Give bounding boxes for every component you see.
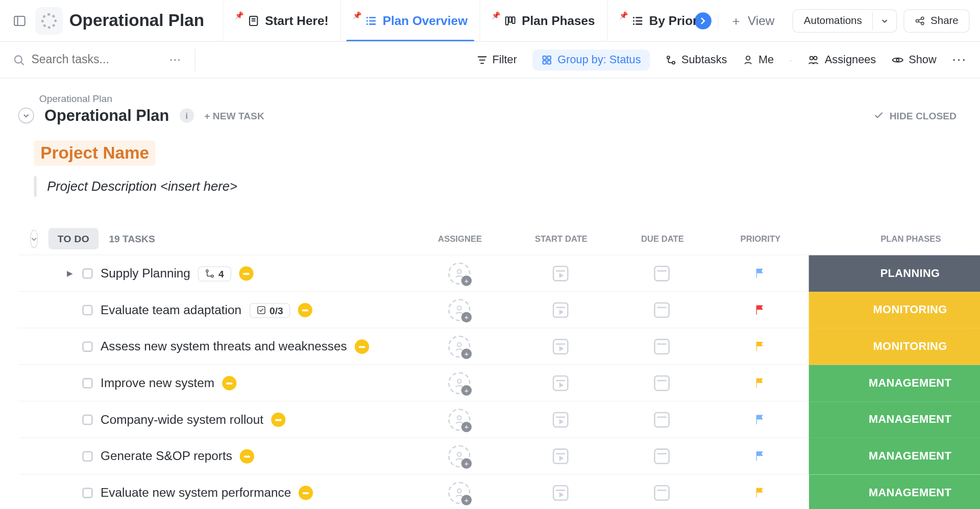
subtask-chip[interactable]: 0/3 — [249, 302, 290, 317]
assignee-cell[interactable]: + — [410, 445, 508, 468]
task-name[interactable]: Evaluate new system performance — [101, 486, 291, 500]
col-plan-phases[interactable]: PLAN PHASES — [810, 234, 980, 243]
task-row[interactable]: ▶Assess new system threats and weaknesse… — [18, 328, 962, 365]
plan-phase-tag[interactable]: MANAGEMENT — [809, 401, 980, 438]
info-icon[interactable]: i — [180, 108, 194, 122]
status-checkbox[interactable] — [82, 378, 92, 388]
task-row[interactable]: ▶Company-wide system rollout+MANAGEMENTI… — [18, 401, 962, 438]
task-name[interactable]: Evaluate team adaptation — [101, 303, 241, 317]
status-checkbox[interactable] — [82, 341, 92, 351]
automations-button[interactable]: Automations — [793, 10, 872, 32]
project-name[interactable]: Project Name — [34, 140, 156, 166]
due-date-cell[interactable] — [613, 412, 711, 428]
tab-plan-phases[interactable]: 📌Plan Phases — [479, 0, 607, 41]
status-checkbox[interactable] — [82, 268, 92, 278]
task-name[interactable]: Improve new system — [101, 376, 214, 390]
start-date-cell[interactable] — [508, 339, 613, 354]
plan-phase-tag[interactable]: MANAGEMENT — [809, 365, 980, 402]
assignees-button[interactable]: Assignees — [808, 53, 876, 66]
tabs-scroll-right[interactable] — [694, 12, 711, 29]
project-description[interactable]: Project Description <insert here> — [34, 176, 962, 197]
col-start-date[interactable]: START DATE — [509, 234, 614, 243]
task-row[interactable]: ▶Improve new system+MANAGEMENTAdmin — [18, 364, 962, 401]
collapse-list[interactable] — [18, 108, 34, 123]
task-name[interactable]: Company-wide system rollout — [101, 413, 263, 427]
tab-start-here-[interactable]: 📌Start Here! — [223, 0, 340, 41]
priority-disc-icon[interactable] — [239, 266, 253, 281]
plan-phase-tag[interactable]: MONITORING — [809, 328, 980, 365]
priority-disc-icon[interactable] — [271, 413, 285, 427]
plan-phase-tag[interactable]: PLANNING — [809, 255, 980, 292]
group-by-button[interactable]: Group by: Status — [533, 49, 650, 70]
task-row[interactable]: ▶Supply Planning 4+PLANNINGAdmin — [18, 254, 962, 291]
task-row[interactable]: ▶Evaluate team adaptation 0/3+MONITORING… — [18, 291, 962, 328]
share-button[interactable]: Share — [904, 9, 970, 32]
due-date-cell[interactable] — [613, 302, 711, 318]
priority-disc-icon[interactable] — [299, 486, 313, 500]
tab-plan-overview[interactable]: 📌Plan Overview — [340, 0, 480, 41]
priority-cell[interactable] — [711, 340, 809, 353]
filter-button[interactable]: Filter — [477, 53, 517, 66]
priority-disc-icon[interactable] — [355, 340, 369, 354]
plan-phase-tag[interactable]: MANAGEMENT — [809, 438, 980, 475]
status-chip[interactable]: TO DO — [48, 228, 99, 249]
subtask-chip[interactable]: 4 — [198, 266, 231, 281]
priority-disc-icon[interactable] — [298, 303, 312, 317]
priority-disc-icon[interactable] — [240, 449, 254, 464]
due-date-cell[interactable] — [613, 485, 711, 501]
col-priority[interactable]: PRIORITY — [712, 234, 810, 243]
status-checkbox[interactable] — [82, 305, 92, 315]
assignee-cell[interactable]: + — [410, 409, 508, 431]
tab-by-priority[interactable]: 📌By Priority — [607, 0, 696, 41]
priority-cell[interactable] — [711, 450, 809, 463]
assignee-cell[interactable]: + — [410, 372, 508, 395]
plan-phase-tag[interactable]: MANAGEMENT — [809, 475, 980, 509]
assignee-cell[interactable]: + — [410, 263, 508, 285]
status-checkbox[interactable] — [82, 415, 92, 425]
subtasks-button[interactable]: Subtasks — [666, 53, 727, 66]
assignee-cell[interactable]: + — [410, 482, 508, 504]
due-date-cell[interactable] — [613, 375, 711, 391]
toolbar-more[interactable]: ··· — [952, 52, 967, 67]
task-name[interactable]: Generate S&OP reports — [101, 449, 232, 464]
start-date-cell[interactable] — [508, 266, 613, 282]
search-more[interactable]: ··· — [170, 55, 182, 65]
breadcrumb[interactable]: Operational Plan — [18, 93, 962, 104]
expand-icon[interactable]: ▶ — [67, 269, 75, 278]
status-checkbox[interactable] — [82, 488, 92, 498]
due-date-cell[interactable] — [613, 339, 711, 354]
space-title[interactable]: Operational Plan — [69, 10, 204, 31]
priority-cell[interactable] — [711, 413, 809, 426]
show-button[interactable]: Show — [892, 53, 937, 66]
priority-cell[interactable] — [711, 267, 809, 281]
space-logo[interactable] — [35, 7, 63, 34]
start-date-cell[interactable] — [508, 485, 613, 501]
new-task-button[interactable]: + NEW TASK — [204, 110, 264, 121]
hide-closed-button[interactable]: HIDE CLOSED — [874, 110, 957, 121]
start-date-cell[interactable] — [508, 375, 613, 391]
due-date-cell[interactable] — [613, 448, 711, 464]
assignee-cell[interactable]: + — [410, 299, 508, 321]
task-name[interactable]: Supply Planning — [101, 266, 190, 281]
me-button[interactable]: Me — [743, 53, 774, 66]
start-date-cell[interactable] — [508, 302, 613, 318]
col-due-date[interactable]: DUE DATE — [614, 234, 712, 243]
task-row[interactable]: ▶Evaluate new system performance+MANAGEM… — [18, 474, 962, 509]
task-name[interactable]: Assess new system threats and weaknesses — [101, 340, 347, 354]
start-date-cell[interactable] — [508, 412, 613, 428]
sidebar-toggle[interactable] — [10, 11, 29, 30]
priority-disc-icon[interactable] — [223, 376, 237, 390]
search-box[interactable] — [13, 53, 162, 67]
automations-dropdown[interactable] — [872, 11, 896, 30]
add-view-button[interactable]: ＋ View — [718, 12, 786, 29]
task-row[interactable]: ▶Generate S&OP reports+MANAGEMENTSales — [18, 438, 962, 474]
plan-phase-tag[interactable]: MONITORING — [809, 292, 980, 328]
due-date-cell[interactable] — [613, 266, 711, 282]
priority-cell[interactable] — [711, 303, 809, 317]
assignee-cell[interactable]: + — [410, 336, 508, 358]
start-date-cell[interactable] — [508, 448, 613, 464]
col-assignee[interactable]: ASSIGNEE — [411, 234, 509, 243]
priority-cell[interactable] — [711, 487, 809, 500]
priority-cell[interactable] — [711, 377, 809, 390]
search-input[interactable] — [31, 53, 162, 67]
